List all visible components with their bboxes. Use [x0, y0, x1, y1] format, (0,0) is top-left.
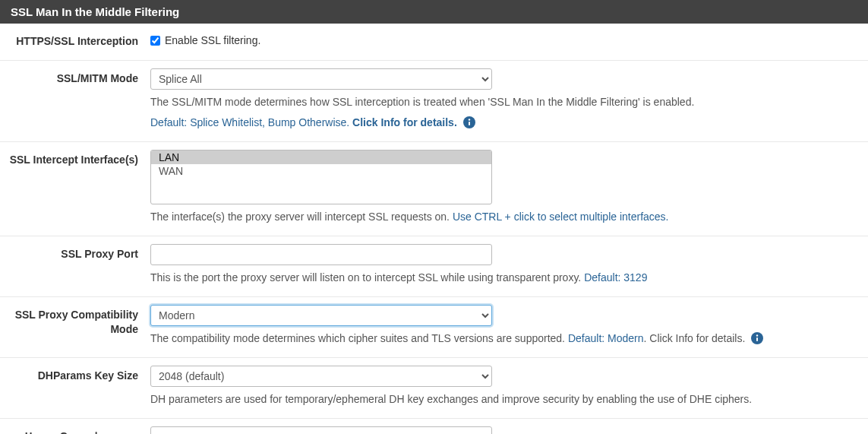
compat-mode-select[interactable]: Modern [150, 305, 492, 326]
intercept-interfaces-help: The interface(s) the proxy server will i… [150, 209, 851, 225]
compat-default: Default: Modern [568, 332, 644, 344]
label-proxy-port: SSL Proxy Port [6, 244, 150, 286]
compat-help-text: The compatibility mode determines which … [150, 332, 568, 344]
enable-ssl-filtering-text: Enable SSL filtering. [165, 34, 260, 46]
interface-option-wan[interactable]: WAN [151, 164, 491, 178]
row-ssl-mode: SSL/MITM Mode Splice All The SSL/MITM mo… [0, 61, 868, 142]
enable-ssl-filtering-checkbox[interactable] [150, 36, 160, 46]
proxy-port-input[interactable] [150, 244, 492, 265]
proxy-port-help: This is the port the proxy server will l… [150, 270, 851, 286]
row-interception: HTTPS/SSL Interception Enable SSL filter… [0, 24, 868, 61]
ssl-mode-help-2: Default: Splice Whitelist, Bump Otherwis… [150, 115, 851, 131]
proxy-port-default: Default: 3129 [584, 271, 647, 284]
ssl-mode-default-text: Default: Splice Whitelist, Bump Otherwis… [150, 116, 352, 128]
label-cert-authority: Центр Сертификации [6, 426, 150, 434]
intercept-interfaces-select[interactable]: LAN WAN [150, 150, 492, 204]
row-intercept-interfaces: SSL Intercept Interface(s) LAN WAN The i… [0, 142, 868, 236]
svg-rect-4 [756, 337, 758, 341]
label-interception: HTTPS/SSL Interception [6, 31, 150, 49]
label-intercept-interfaces: SSL Intercept Interface(s) [6, 150, 150, 225]
proxy-port-help-text: This is the port the proxy server will l… [150, 271, 584, 284]
field-ssl-mode: Splice All The SSL/MITM mode determines … [150, 68, 862, 131]
field-cert-authority: ca Select Certificate Authority to use w… [150, 426, 862, 434]
row-dhparams: DHParams Key Size 2048 (default) DH para… [0, 358, 868, 419]
info-icon[interactable] [751, 332, 763, 344]
compat-help-tail: . Click Info for details. [644, 332, 746, 344]
enable-ssl-filtering-label[interactable]: Enable SSL filtering. [150, 31, 851, 49]
label-compat-mode: SSL Proxy Compatibility Mode [6, 305, 150, 347]
interface-option-lan[interactable]: LAN [151, 150, 491, 164]
field-intercept-interfaces: LAN WAN The interface(s) the proxy serve… [150, 150, 862, 225]
info-icon[interactable] [463, 116, 475, 128]
dhparams-select[interactable]: 2048 (default) [150, 366, 492, 387]
ssl-mode-help-1: The SSL/MITM mode determines how SSL int… [150, 94, 851, 110]
field-interception: Enable SSL filtering. [150, 31, 862, 49]
intercept-help-text: The interface(s) the proxy server will i… [150, 211, 453, 223]
panel-title: SSL Man In the Middle Filtering [0, 0, 868, 24]
row-compat-mode: SSL Proxy Compatibility Mode Modern The … [0, 297, 868, 358]
label-dhparams: DHParams Key Size [6, 366, 150, 407]
ssl-mode-select[interactable]: Splice All [150, 68, 492, 90]
field-compat-mode: Modern The compatibility mode determines… [150, 305, 862, 347]
dhparams-help: DH parameters are used for temporary/eph… [150, 391, 851, 407]
row-cert-authority: Центр Сертификации ca Select Certificate… [0, 419, 868, 434]
label-ssl-mode: SSL/MITM Mode [6, 68, 150, 131]
svg-rect-1 [469, 122, 470, 125]
row-proxy-port: SSL Proxy Port This is the port the prox… [0, 236, 868, 297]
ssl-mitm-panel: SSL Man In the Middle Filtering HTTPS/SS… [0, 0, 868, 434]
field-dhparams: 2048 (default) DH parameters are used fo… [150, 366, 862, 407]
compat-mode-help: The compatibility mode determines which … [150, 331, 851, 347]
intercept-ctrl-hint: Use CTRL + click to select multiple inte… [453, 211, 669, 223]
cert-authority-select[interactable]: ca [150, 426, 492, 434]
field-proxy-port: This is the port the proxy server will l… [150, 244, 862, 286]
ssl-mode-click-info: Click Info for details. [352, 116, 457, 128]
svg-point-2 [469, 119, 470, 120]
svg-point-5 [756, 334, 758, 336]
